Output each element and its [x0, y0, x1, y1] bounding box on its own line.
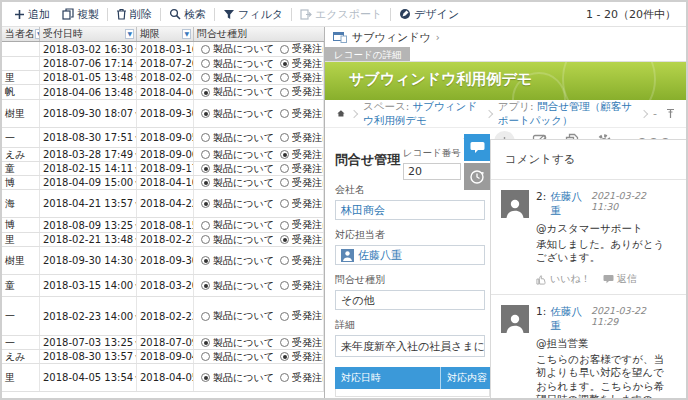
- radio-order[interactable]: [280, 338, 289, 347]
- table-row[interactable]: 一2018-02-23 14:00▼2018-02-23▼製品について受発注に: [2, 297, 324, 336]
- due-cell[interactable]: 2018-02-01▼: [137, 71, 194, 84]
- table-row[interactable]: 童2018-02-15 14:11▼2018-09-17▼製品について受発注に: [2, 162, 324, 176]
- table-row[interactable]: 海2018-04-21 13:57▼2018-04-22▼製品について受発注に: [2, 190, 324, 218]
- table-row[interactable]: 2018-03-02 16:30▼2018-03-16▼製品について受発注に: [2, 42, 324, 57]
- search-button[interactable]: 検索: [169, 7, 206, 22]
- radio-order[interactable]: [280, 109, 289, 118]
- column-header-type[interactable]: 問合せ種別: [194, 27, 324, 41]
- due-cell[interactable]: 2018-03-16▼: [137, 42, 194, 56]
- received-cell[interactable]: 2018-03-15 14:00▼: [40, 275, 137, 296]
- radio-product-selected[interactable]: [201, 373, 210, 382]
- radio-order[interactable]: [280, 256, 289, 265]
- table-row[interactable]: 里2018-01-05 13:48▼2018-02-01▼製品について受発注に: [2, 71, 324, 85]
- radio-order[interactable]: [280, 178, 289, 187]
- radio-product-selected[interactable]: [201, 338, 210, 347]
- table-row[interactable]: 里2018-02-21 13:48▼2018-02-23▼製品について受発注に: [2, 233, 324, 247]
- due-cell[interactable]: 2018-09-17▼: [137, 162, 194, 175]
- table-row[interactable]: 帆2018-04-06 13:48▼2018-04-06▼製品について受発注に: [2, 85, 324, 100]
- duplicate-button[interactable]: 複製: [62, 7, 99, 22]
- pin-icon[interactable]: [665, 108, 676, 120]
- due-cell[interactable]: 2018-07-26▼: [137, 57, 194, 70]
- breadcrumb-space[interactable]: スペース: サブウィンドウ利用例デモ: [363, 100, 480, 128]
- history-toggle-button[interactable]: [464, 163, 490, 190]
- received-cell[interactable]: 2018-04-06 13:48▼: [40, 85, 137, 99]
- due-cell[interactable]: 2018-08-15▼: [137, 218, 194, 232]
- received-cell[interactable]: 2018-09-30 14:30▼: [40, 247, 137, 274]
- received-cell[interactable]: 2018-07-06 17:14▼: [40, 57, 137, 70]
- radio-product[interactable]: [201, 235, 210, 244]
- comments-toggle-button[interactable]: [464, 134, 490, 161]
- table-row[interactable]: 博2018-04-09 15:00▼2018-04-10▼製品について受発注に: [2, 176, 324, 190]
- radio-order-selected[interactable]: [280, 235, 289, 244]
- due-cell[interactable]: 2018-04-10▼: [137, 176, 194, 189]
- delete-button[interactable]: 削除: [116, 7, 152, 22]
- comment-mention[interactable]: @カスタマーサポート: [536, 222, 674, 236]
- comment-author-link[interactable]: 佐藤八重: [550, 190, 591, 218]
- radio-product-selected[interactable]: [201, 109, 210, 118]
- column-header-due[interactable]: 期限 ▼: [137, 27, 194, 41]
- received-cell[interactable]: 2018-02-21 13:48▼: [40, 233, 137, 246]
- radio-order[interactable]: [280, 133, 289, 142]
- comment-input[interactable]: コメントする: [491, 140, 686, 180]
- radio-product-selected[interactable]: [201, 178, 210, 187]
- radio-order[interactable]: [280, 164, 289, 173]
- radio-order[interactable]: [280, 312, 289, 321]
- received-cell[interactable]: 2018-04-05 13:54▼: [40, 364, 137, 391]
- column-dropdown-icon[interactable]: ▼: [182, 29, 191, 39]
- comment-author-link[interactable]: 佐藤八重: [550, 305, 591, 333]
- minimize-button[interactable]: -: [653, 107, 657, 120]
- breadcrumb-app[interactable]: アプリ: 問合せ管理（顧客サポートパック）: [498, 100, 635, 128]
- received-cell[interactable]: 2018-04-09 15:00▼: [40, 176, 137, 189]
- received-cell[interactable]: 2018-08-30 17:51▼: [40, 128, 137, 147]
- due-cell[interactable]: 2018-04-06▼: [137, 85, 194, 99]
- due-cell[interactable]: 2018-09-06▼: [137, 148, 194, 161]
- table-row[interactable]: 里2018-04-05 13:54▼2018-04-05▼製品について受発注に: [2, 364, 324, 392]
- due-cell[interactable]: 2018-09-30▼: [137, 100, 194, 127]
- radio-order[interactable]: [280, 88, 289, 97]
- table-row[interactable]: えみ2018-08-30 13:57▼2018-09-04▼製品について受発注に: [2, 350, 324, 364]
- radio-order[interactable]: [280, 73, 289, 82]
- assignee-link[interactable]: 佐藤八重: [358, 248, 402, 263]
- radio-product[interactable]: [201, 59, 210, 68]
- radio-product-selected[interactable]: [201, 164, 210, 173]
- received-cell[interactable]: 2018-08-09 13:25▼: [40, 218, 137, 232]
- received-cell[interactable]: 2018-03-28 17:49▼: [40, 148, 137, 161]
- radio-product-selected[interactable]: [201, 199, 210, 208]
- subwindow-chevron-icon[interactable]: ›: [436, 32, 440, 43]
- received-cell[interactable]: 2018-09-30 18:07▼: [40, 100, 137, 127]
- radio-product[interactable]: [201, 45, 210, 54]
- radio-order-selected[interactable]: [280, 150, 289, 159]
- received-cell[interactable]: 2018-03-02 16:30▼: [40, 42, 137, 56]
- radio-order[interactable]: [280, 221, 289, 230]
- table-row[interactable]: 童2018-03-15 14:00▼2018-03-20▼製品について受発注に: [2, 275, 324, 297]
- radio-product-selected[interactable]: [201, 281, 210, 290]
- comment-mention[interactable]: @担当営業: [536, 337, 674, 351]
- due-cell[interactable]: 2018-07-09▼: [137, 336, 194, 349]
- home-icon[interactable]: [337, 108, 345, 119]
- table-row[interactable]: 樹里2018-09-30 14:30▼2018-09-30▼製品について受発注に: [2, 247, 324, 275]
- received-cell[interactable]: 2018-02-23 14:00▼: [40, 297, 137, 335]
- column-dropdown-icon[interactable]: ▼: [125, 29, 134, 39]
- due-cell[interactable]: 2018-02-23▼: [137, 233, 194, 246]
- table-row[interactable]: 2018-07-06 17:14▼2018-07-26▼製品について受発注に: [2, 57, 324, 71]
- column-header-received[interactable]: 受付日時 ▼: [40, 27, 137, 41]
- radio-product[interactable]: [201, 221, 210, 230]
- radio-order[interactable]: [280, 199, 289, 208]
- received-cell[interactable]: 2018-08-30 13:57▼: [40, 350, 137, 363]
- radio-product-selected[interactable]: [201, 88, 210, 97]
- radio-order-selected[interactable]: [280, 59, 289, 68]
- table-row[interactable]: 博2018-08-09 13:25▼2018-08-15▼製品について受発注に: [2, 218, 324, 233]
- like-button[interactable]: いいね！: [536, 272, 591, 286]
- table-row[interactable]: えみ2018-03-28 17:49▼2018-09-06▼製品について受発注に: [2, 148, 324, 162]
- due-cell[interactable]: 2018-09-05▼: [137, 128, 194, 147]
- received-cell[interactable]: 2018-01-05 13:48▼: [40, 71, 137, 84]
- filter-button[interactable]: フィルタ: [223, 7, 283, 22]
- due-cell[interactable]: 2018-09-04▼: [137, 350, 194, 363]
- radio-product[interactable]: [201, 150, 210, 159]
- radio-order[interactable]: [280, 45, 289, 54]
- table-row[interactable]: 一2018-08-30 17:51▼2018-09-05▼製品について受発注に: [2, 128, 324, 148]
- reply-button[interactable]: 返信: [603, 272, 637, 286]
- due-cell[interactable]: 2018-09-30▼: [137, 247, 194, 274]
- radio-product[interactable]: [201, 312, 210, 321]
- table-row[interactable]: 一2018-07-03 13:25▼2018-07-09▼製品について受発注に: [2, 336, 324, 350]
